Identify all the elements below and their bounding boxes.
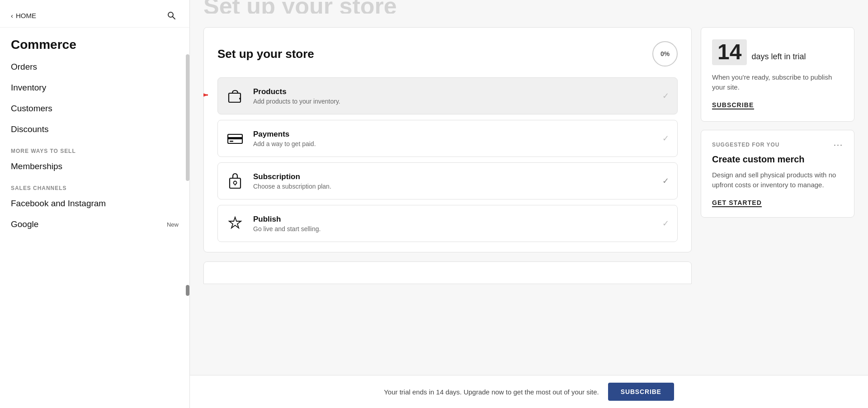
progress-value: 0% <box>660 50 670 57</box>
trial-days-text: days left in trial <box>751 52 806 62</box>
suggested-label: SUGGESTED FOR YOU <box>712 142 779 148</box>
payments-check: ✓ <box>662 133 669 143</box>
publish-desc: Go live and start selling. <box>253 225 653 232</box>
setup-item-publish-text: Publish Go live and start selling. <box>253 215 653 232</box>
svg-rect-7 <box>228 137 242 139</box>
sales-channels-section-label: SALES CHANNELS <box>11 177 179 193</box>
subscribe-button[interactable]: SUBSCRIBE <box>608 383 674 401</box>
bottom-partial-card <box>203 261 692 284</box>
svg-line-1 <box>173 17 175 19</box>
sidebar-item-label: Customers <box>11 104 52 114</box>
bottom-bar: Your trial ends in 14 days. Upgrade now … <box>190 375 868 408</box>
center-panel: Set up your store 0% <box>203 27 692 375</box>
suggested-desc: Design and sell physical products with n… <box>712 170 843 190</box>
setup-card: Set up your store 0% <box>203 27 692 252</box>
sidebar-item-memberships[interactable]: Memberships <box>11 156 179 177</box>
sidebar-item-facebook-instagram[interactable]: Facebook and Instagram <box>11 193 179 214</box>
sidebar-item-customers[interactable]: Customers <box>11 98 179 119</box>
trial-days: 14 days left in trial <box>712 39 843 65</box>
sidebar-item-label: Orders <box>11 62 37 72</box>
suggested-card: SUGGESTED FOR YOU ··· Create custom merc… <box>701 130 854 218</box>
sidebar-item-label: Memberships <box>11 161 62 171</box>
back-label: HOME <box>16 12 36 19</box>
sidebar-item-orders[interactable]: Orders <box>11 57 179 77</box>
trial-days-number: 14 <box>712 39 747 65</box>
setup-item-products-text: Products Add products to your inventory. <box>253 87 653 105</box>
svg-rect-8 <box>230 141 233 142</box>
sidebar-item-label: Google <box>11 219 38 229</box>
subscription-desc: Choose a subscription plan. <box>253 183 653 190</box>
sidebar-item-inventory[interactable]: Inventory <box>11 77 179 98</box>
trial-card: 14 days left in trial When you're ready,… <box>701 27 854 122</box>
right-panel: 14 days left in trial When you're ready,… <box>701 27 854 375</box>
svg-rect-4 <box>229 93 241 102</box>
sidebar-item-google[interactable]: Google New <box>11 214 179 235</box>
more-options-button[interactable]: ··· <box>834 140 843 150</box>
sidebar-item-label: Inventory <box>11 83 46 93</box>
page-title-text: Set up your store <box>203 0 397 14</box>
subscription-check: ✓ <box>662 176 669 186</box>
setup-item-subscription-text: Subscription Choose a subscription plan. <box>253 172 653 190</box>
sidebar-item-label: Facebook and Instagram <box>11 199 106 209</box>
progress-circle: 0% <box>652 41 678 66</box>
products-icon <box>226 87 244 105</box>
setup-card-header: Set up your store 0% <box>217 41 678 66</box>
sidebar-scroll-down[interactable] <box>186 285 189 296</box>
products-title: Products <box>253 87 653 96</box>
subscription-icon <box>226 172 244 190</box>
trial-notice-text: Your trial ends in 14 days. Upgrade now … <box>384 388 599 396</box>
sidebar-header: ‹ HOME <box>0 0 189 28</box>
setup-card-title: Set up your store <box>217 47 314 61</box>
sidebar: ‹ HOME Commerce Orders Inventory Custome… <box>0 0 190 408</box>
svg-point-5 <box>239 98 241 100</box>
sidebar-scrollbar[interactable] <box>186 54 189 181</box>
main-content: Set up your store 0% <box>190 14 868 375</box>
svg-point-10 <box>234 181 237 185</box>
arrow-pointer <box>203 88 213 104</box>
back-link[interactable]: ‹ HOME <box>11 12 36 19</box>
payments-title: Payments <box>253 130 653 139</box>
sidebar-title: Commerce <box>0 28 189 57</box>
get-started-link[interactable]: GET STARTED <box>712 199 762 207</box>
payments-icon <box>226 129 244 147</box>
sidebar-item-label: Discounts <box>11 124 48 134</box>
trial-subscribe-link[interactable]: SUBSCRIBE <box>712 101 754 109</box>
products-check: ✓ <box>662 91 669 101</box>
publish-title: Publish <box>253 215 653 224</box>
setup-item-subscription[interactable]: Subscription Choose a subscription plan.… <box>217 162 678 199</box>
trial-description: When you're ready, subscribe to publish … <box>712 72 843 93</box>
products-desc: Add products to your inventory. <box>253 98 653 105</box>
sidebar-item-discounts[interactable]: Discounts <box>11 119 179 140</box>
sidebar-nav: Orders Inventory Customers Discounts MOR… <box>0 57 189 408</box>
subscription-title: Subscription <box>253 172 653 181</box>
new-badge: New <box>167 221 179 228</box>
publish-icon <box>226 214 244 232</box>
publish-check: ✓ <box>662 218 669 228</box>
search-button[interactable] <box>164 8 179 23</box>
setup-item-payments[interactable]: Payments Add a way to get paid. ✓ <box>217 120 678 157</box>
main-area: Set up your store Set up your store 0% <box>190 0 868 408</box>
suggested-title: Create custom merch <box>712 154 843 165</box>
back-arrow-icon: ‹ <box>11 12 13 19</box>
payments-desc: Add a way to get paid. <box>253 140 653 147</box>
setup-item-payments-text: Payments Add a way to get paid. <box>253 130 653 147</box>
svg-rect-9 <box>230 178 241 188</box>
setup-item-products[interactable]: Products Add products to your inventory.… <box>217 77 678 114</box>
more-ways-section-label: MORE WAYS TO SELL <box>11 140 179 156</box>
setup-item-publish[interactable]: Publish Go live and start selling. ✓ <box>217 205 678 242</box>
suggested-header: SUGGESTED FOR YOU ··· <box>712 140 843 150</box>
page-title-partial: Set up your store <box>190 0 868 14</box>
